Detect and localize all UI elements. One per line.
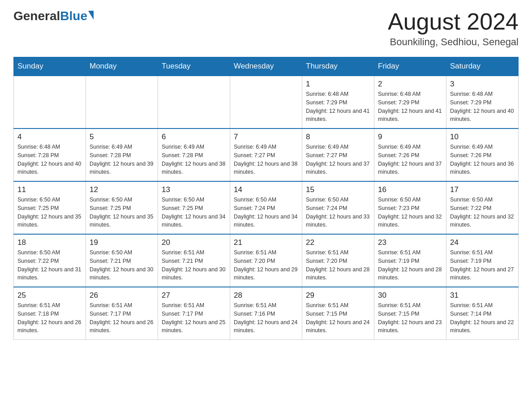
- day-info: Sunrise: 6:50 AMSunset: 7:21 PMDaylight:…: [90, 248, 154, 282]
- day-number: 18: [17, 238, 82, 247]
- calendar-cell: 9Sunrise: 6:49 AMSunset: 7:26 PMDaylight…: [374, 128, 446, 181]
- calendar-cell: 13Sunrise: 6:50 AMSunset: 7:25 PMDayligh…: [158, 181, 230, 234]
- calendar-cell: 22Sunrise: 6:51 AMSunset: 7:20 PMDayligh…: [302, 234, 374, 287]
- day-number: 6: [162, 133, 226, 141]
- day-number: 29: [306, 291, 370, 300]
- day-number: 20: [162, 238, 226, 247]
- day-info: Sunrise: 6:51 AMSunset: 7:21 PMDaylight:…: [162, 248, 226, 282]
- calendar-cell: 25Sunrise: 6:51 AMSunset: 7:18 PMDayligh…: [14, 287, 86, 340]
- day-info: Sunrise: 6:49 AMSunset: 7:27 PMDaylight:…: [234, 143, 298, 176]
- day-number: 31: [450, 291, 515, 300]
- day-info: Sunrise: 6:48 AMSunset: 7:29 PMDaylight:…: [378, 90, 442, 124]
- calendar-cell: 30Sunrise: 6:51 AMSunset: 7:15 PMDayligh…: [374, 287, 446, 340]
- day-number: 8: [306, 133, 370, 141]
- day-number: 13: [162, 185, 226, 194]
- calendar-table: SundayMondayTuesdayWednesdayThursdayFrid…: [13, 57, 519, 340]
- day-info: Sunrise: 6:51 AMSunset: 7:16 PMDaylight:…: [234, 301, 298, 335]
- calendar-cell: 28Sunrise: 6:51 AMSunset: 7:16 PMDayligh…: [230, 287, 302, 340]
- day-number: 5: [90, 133, 154, 141]
- day-number: 19: [90, 238, 154, 247]
- calendar-cell: 12Sunrise: 6:50 AMSunset: 7:25 PMDayligh…: [86, 181, 158, 234]
- calendar-day-header: Tuesday: [158, 57, 230, 76]
- calendar-cell: 11Sunrise: 6:50 AMSunset: 7:25 PMDayligh…: [14, 181, 86, 234]
- day-info: Sunrise: 6:50 AMSunset: 7:25 PMDaylight:…: [90, 196, 154, 229]
- day-number: 26: [90, 291, 154, 300]
- day-number: 2: [378, 80, 442, 89]
- calendar-week-row: 4Sunrise: 6:48 AMSunset: 7:28 PMDaylight…: [14, 128, 519, 181]
- calendar-week-row: 18Sunrise: 6:50 AMSunset: 7:22 PMDayligh…: [14, 234, 519, 287]
- calendar-day-header: Saturday: [446, 57, 519, 76]
- day-info: Sunrise: 6:50 AMSunset: 7:24 PMDaylight:…: [306, 196, 370, 229]
- day-info: Sunrise: 6:49 AMSunset: 7:28 PMDaylight:…: [162, 143, 226, 176]
- calendar-cell: 10Sunrise: 6:49 AMSunset: 7:26 PMDayligh…: [446, 128, 519, 181]
- logo-general-text: General: [13, 9, 60, 23]
- day-number: 9: [378, 133, 442, 141]
- calendar-cell: 27Sunrise: 6:51 AMSunset: 7:17 PMDayligh…: [158, 287, 230, 340]
- day-number: 14: [234, 185, 298, 194]
- day-info: Sunrise: 6:51 AMSunset: 7:14 PMDaylight:…: [450, 301, 515, 335]
- calendar-cell: [230, 76, 302, 128]
- day-number: 15: [306, 185, 370, 194]
- day-number: 4: [17, 133, 82, 141]
- day-info: Sunrise: 6:51 AMSunset: 7:15 PMDaylight:…: [306, 301, 370, 335]
- calendar-cell: 1Sunrise: 6:48 AMSunset: 7:29 PMDaylight…: [302, 76, 374, 128]
- calendar-cell: 15Sunrise: 6:50 AMSunset: 7:24 PMDayligh…: [302, 181, 374, 234]
- day-number: 7: [234, 133, 298, 141]
- calendar-header-row: SundayMondayTuesdayWednesdayThursdayFrid…: [14, 57, 519, 76]
- day-number: 28: [234, 291, 298, 300]
- calendar-day-header: Friday: [374, 57, 446, 76]
- logo-blue-text: Blue: [60, 9, 87, 23]
- calendar-cell: 7Sunrise: 6:49 AMSunset: 7:27 PMDaylight…: [230, 128, 302, 181]
- day-info: Sunrise: 6:49 AMSunset: 7:26 PMDaylight:…: [378, 143, 442, 176]
- day-info: Sunrise: 6:48 AMSunset: 7:29 PMDaylight:…: [306, 90, 370, 124]
- calendar-week-row: 25Sunrise: 6:51 AMSunset: 7:18 PMDayligh…: [14, 287, 519, 340]
- calendar-cell: 17Sunrise: 6:50 AMSunset: 7:22 PMDayligh…: [446, 181, 519, 234]
- calendar-day-header: Wednesday: [230, 57, 302, 76]
- day-info: Sunrise: 6:50 AMSunset: 7:24 PMDaylight:…: [234, 196, 298, 229]
- calendar-cell: 3Sunrise: 6:48 AMSunset: 7:29 PMDaylight…: [446, 76, 519, 128]
- calendar-cell: 18Sunrise: 6:50 AMSunset: 7:22 PMDayligh…: [14, 234, 86, 287]
- calendar-cell: 21Sunrise: 6:51 AMSunset: 7:20 PMDayligh…: [230, 234, 302, 287]
- calendar-cell: 6Sunrise: 6:49 AMSunset: 7:28 PMDaylight…: [158, 128, 230, 181]
- day-info: Sunrise: 6:51 AMSunset: 7:17 PMDaylight:…: [162, 301, 226, 335]
- day-number: 17: [450, 185, 515, 194]
- calendar-cell: 23Sunrise: 6:51 AMSunset: 7:19 PMDayligh…: [374, 234, 446, 287]
- calendar-cell: 19Sunrise: 6:50 AMSunset: 7:21 PMDayligh…: [86, 234, 158, 287]
- calendar-cell: 14Sunrise: 6:50 AMSunset: 7:24 PMDayligh…: [230, 181, 302, 234]
- day-info: Sunrise: 6:50 AMSunset: 7:22 PMDaylight:…: [17, 248, 82, 282]
- logo-triangle-icon: [88, 11, 94, 20]
- calendar-cell: 31Sunrise: 6:51 AMSunset: 7:14 PMDayligh…: [446, 287, 519, 340]
- calendar-week-row: 1Sunrise: 6:48 AMSunset: 7:29 PMDaylight…: [14, 76, 519, 128]
- day-info: Sunrise: 6:48 AMSunset: 7:29 PMDaylight:…: [450, 90, 515, 124]
- day-info: Sunrise: 6:51 AMSunset: 7:18 PMDaylight:…: [17, 301, 82, 335]
- day-info: Sunrise: 6:51 AMSunset: 7:15 PMDaylight:…: [378, 301, 442, 335]
- calendar-cell: 20Sunrise: 6:51 AMSunset: 7:21 PMDayligh…: [158, 234, 230, 287]
- day-number: 10: [450, 133, 515, 141]
- title-block: August 2024 Bounkiling, Sedhiou, Senegal: [388, 9, 519, 48]
- calendar-cell: 16Sunrise: 6:50 AMSunset: 7:23 PMDayligh…: [374, 181, 446, 234]
- day-number: 11: [17, 185, 82, 194]
- month-title: August 2024: [388, 9, 519, 34]
- day-info: Sunrise: 6:49 AMSunset: 7:27 PMDaylight:…: [306, 143, 370, 176]
- day-info: Sunrise: 6:51 AMSunset: 7:17 PMDaylight:…: [90, 301, 154, 335]
- day-info: Sunrise: 6:48 AMSunset: 7:28 PMDaylight:…: [17, 143, 82, 176]
- calendar-cell: 29Sunrise: 6:51 AMSunset: 7:15 PMDayligh…: [302, 287, 374, 340]
- day-number: 21: [234, 238, 298, 247]
- logo: General Blue: [13, 9, 94, 23]
- day-info: Sunrise: 6:50 AMSunset: 7:23 PMDaylight:…: [378, 196, 442, 229]
- calendar-day-header: Thursday: [302, 57, 374, 76]
- calendar-cell: [14, 76, 86, 128]
- day-info: Sunrise: 6:51 AMSunset: 7:20 PMDaylight:…: [234, 248, 298, 282]
- calendar-cell: 24Sunrise: 6:51 AMSunset: 7:19 PMDayligh…: [446, 234, 519, 287]
- day-number: 16: [378, 185, 442, 194]
- day-info: Sunrise: 6:50 AMSunset: 7:25 PMDaylight:…: [162, 196, 226, 229]
- day-info: Sunrise: 6:51 AMSunset: 7:20 PMDaylight:…: [306, 248, 370, 282]
- day-info: Sunrise: 6:51 AMSunset: 7:19 PMDaylight:…: [450, 248, 515, 282]
- day-info: Sunrise: 6:49 AMSunset: 7:28 PMDaylight:…: [90, 143, 154, 176]
- day-info: Sunrise: 6:49 AMSunset: 7:26 PMDaylight:…: [450, 143, 515, 176]
- calendar-cell: [158, 76, 230, 128]
- day-number: 3: [450, 80, 515, 89]
- day-number: 1: [306, 80, 370, 89]
- day-number: 22: [306, 238, 370, 247]
- day-info: Sunrise: 6:50 AMSunset: 7:22 PMDaylight:…: [450, 196, 515, 229]
